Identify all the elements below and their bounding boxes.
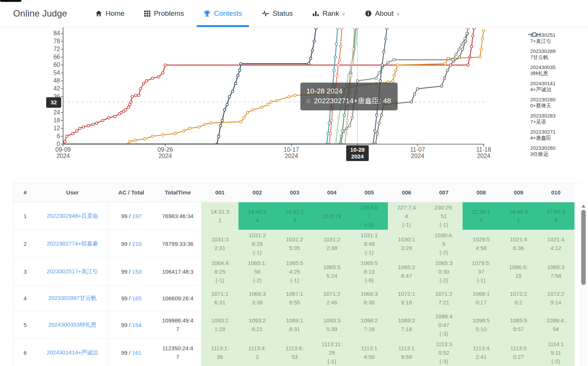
total-time-cell: 76983:46:34 [154, 202, 201, 230]
nav-item-label: Rank [323, 9, 339, 18]
app-logo[interactable]: Online Judge [13, 8, 67, 19]
problem-cell-solved: 1093:26:21 [238, 311, 276, 339]
ac-count: 99 / [121, 322, 132, 328]
ac-total-cell: 99 / 210 [108, 230, 154, 258]
ac-total-cell: 99 / 154 [108, 311, 154, 339]
solve-time: 1113:14:50 [361, 345, 377, 360]
y-axis-tick-label: 84 [44, 30, 60, 37]
problem-cell-solved: 1113:42:41 [463, 339, 500, 366]
problem-cell-first-blood: 24:45:31 [500, 202, 537, 230]
legend-item[interactable]: 2023302897甘云帆 [528, 48, 586, 60]
solve-time: 1098:55:10 [472, 317, 490, 332]
column-header-003: 003 [276, 183, 313, 202]
solve-time: 1098:40:47 [435, 313, 452, 328]
chart-legend: 2023302517+袁江引2023302897甘云帆2024300353钟礼恩… [528, 32, 586, 161]
rank-cell: 2 [14, 230, 37, 258]
browser-sliver [0, 0, 21, 2]
nav-item-label: Status [273, 9, 293, 18]
y-axis-tick-label: 48 [44, 77, 60, 84]
problem-cell-solved: 1113:6:53 [276, 339, 313, 366]
penalty-count: (-3) [433, 329, 454, 338]
total-submissions-link[interactable]: 210 [132, 241, 142, 247]
top-navbar: Online Judge HomeProblemsContestsStatusR… [0, 0, 588, 27]
x-axis-pointer: 10-282024 [346, 145, 369, 161]
solve-time: 1066:33:39 [249, 291, 266, 306]
legend-item[interactable]: 2024300353钟礼恩 [528, 64, 586, 77]
scrollbar-up-arrow[interactable] [582, 205, 585, 208]
solve-time: 1065:37:58 [547, 264, 564, 279]
ac-total-cell: 99 / 161 [108, 339, 154, 366]
nav-item-label: About [375, 9, 394, 18]
problem-cell-first-blood: 15:6:19 [313, 202, 350, 230]
user-link[interactable]: 2023302897甘云帆 [48, 295, 96, 301]
problem-cell-solved: 1113:1:36 [201, 339, 238, 366]
problem-cell-solved: 1069:18:31 [276, 311, 313, 339]
problem-cell-solved: 227:7:44(-1) [388, 202, 425, 230]
column-header-user: User [37, 183, 108, 202]
problem-cell-solved: 1030:4:5(-2) [425, 230, 462, 258]
total-submissions-link[interactable]: 161 [132, 349, 142, 356]
nav-item-about[interactable]: About∨ [355, 0, 410, 27]
user-link[interactable]: 2023302517+袁江引 [47, 268, 98, 274]
table-row: 62024301414+严诚治99 / 161112350:24:471113:… [14, 339, 574, 366]
rank-cell: 1 [14, 202, 37, 230]
legend-item[interactable]: 2022302800+蔡倚天 [528, 96, 586, 109]
scrollbar-thumb[interactable] [581, 210, 586, 285]
ac-count: 99 / [121, 241, 132, 247]
y-axis-tick-label: 12 [44, 125, 60, 132]
x-axis-tick-label: 09-092024 [46, 146, 80, 159]
column-header-actotal: AC / Total [108, 183, 154, 202]
problem-cell-solved: 1098:27:18 [351, 311, 388, 339]
nav-item-status[interactable]: Status [252, 0, 303, 27]
nav-item-label: Home [106, 9, 125, 18]
user-link[interactable]: 2024300353钟礼恩 [48, 321, 96, 328]
user-link[interactable]: 2022302948+吕昊临 [47, 212, 98, 219]
legend-item[interactable]: 2022302714+唐鑫臣 [528, 129, 586, 141]
problem-cell-solved: 1113:50:27 [500, 339, 537, 366]
total-submissions-link[interactable]: 154 [132, 322, 142, 328]
problem-cell-solved: 1113:19:59 [388, 339, 425, 366]
y-axis-pointer: 32 [46, 97, 61, 108]
user-cell: 2023302897甘云帆 [37, 285, 108, 311]
problem-cell-first-blood: 14:52:13 [276, 202, 313, 230]
problem-cell-solved: 1113:11:25(-1) [313, 339, 350, 366]
legend-item[interactable]: 2023302603任致远 [528, 145, 586, 157]
problem-cell-first-blood: 226:53:7(-3) [351, 202, 388, 230]
nav-item-rank[interactable]: Rank∨ [303, 0, 355, 27]
problem-cell-solved: 1067:18:55 [276, 285, 313, 311]
solve-time: 1079:5:37 [472, 260, 490, 275]
user-link[interactable]: 2024301414+严诚治 [47, 349, 98, 355]
legend-item[interactable]: 2024301414+严诚治 [528, 80, 586, 93]
y-axis-tick-label: 78 [44, 38, 60, 45]
user-cell: 2024300353钟礼恩 [37, 311, 108, 339]
solve-time: 1113:6:53 [286, 345, 304, 360]
y-axis-tick-label: 42 [44, 85, 60, 92]
problem-cell-solved: 1031:22:38 [313, 230, 350, 258]
y-axis-tick-label: 6 [44, 133, 60, 140]
info-icon [365, 10, 372, 17]
legend-item[interactable]: 2023302837+吴语 [528, 113, 586, 125]
nav-item-home[interactable]: Home [86, 0, 134, 27]
solve-time: 1113:19:59 [398, 345, 415, 360]
problem-cell-first-blood: 21:35:13 [463, 202, 500, 230]
y-axis-tick-label: 54 [44, 69, 60, 76]
legend-label: 2022302800+蔡倚天 [530, 97, 556, 109]
solve-time: 1065:1:58 [248, 260, 267, 275]
solve-time: 1071:22:46 [323, 291, 341, 306]
user-link[interactable]: 2022302774+邹嘉豪 [47, 240, 98, 247]
solve-time: 1071:16:31 [211, 291, 229, 306]
chevron-down-icon: ∨ [396, 11, 400, 17]
nav-item-problems[interactable]: Problems [134, 0, 194, 27]
solve-time: 1021:44:12 [547, 236, 564, 251]
column-header-totaltime: TotalTime [154, 183, 201, 202]
total-submissions-link[interactable]: 197 [132, 213, 142, 219]
problem-cell-solved: 1065:26:47 [388, 258, 425, 285]
column-header-005: 005 [351, 183, 388, 202]
problem-cell-solved: 1072:20:2 [500, 285, 537, 311]
total-submissions-link[interactable]: 165 [132, 295, 142, 301]
total-submissions-link[interactable]: 153 [132, 268, 142, 275]
nav-item-contests[interactable]: Contests [194, 0, 252, 27]
contest-progress-chart[interactable]: 06121824364248546066727884 09-09202409-2… [0, 27, 588, 175]
problem-cell-solved: 1065:55:24 [313, 258, 350, 285]
penalty-count: (-1) [433, 220, 454, 229]
